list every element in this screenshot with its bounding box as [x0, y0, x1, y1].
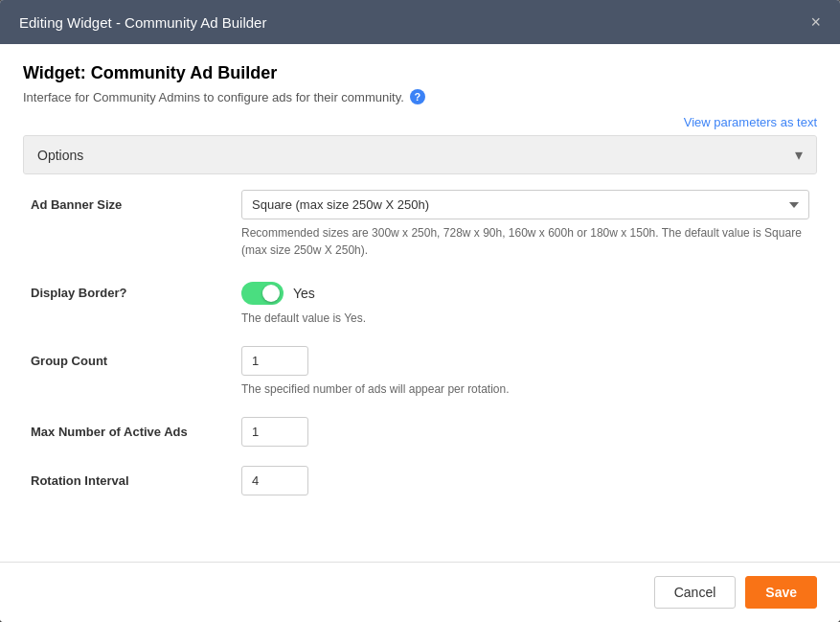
max-active-ads-input[interactable] [241, 417, 308, 447]
max-active-ads-label: Max Number of Active Ads [31, 417, 241, 439]
cancel-button[interactable]: Cancel [654, 576, 737, 609]
options-content: Ad Banner Size Square (max size 250w X 2… [23, 190, 817, 495]
rotation-interval-input[interactable] [241, 466, 308, 495]
group-count-input[interactable] [241, 346, 308, 376]
rotation-interval-row: Rotation Interval [31, 466, 809, 495]
toggle-slider [241, 282, 284, 305]
max-active-ads-row: Max Number of Active Ads [31, 417, 809, 447]
ad-banner-size-row: Ad Banner Size Square (max size 250w X 2… [31, 190, 809, 259]
display-border-hint: The default value is Yes. [241, 310, 809, 327]
toggle-wrap: Yes [241, 278, 809, 305]
ad-banner-size-label: Ad Banner Size [31, 190, 241, 212]
ad-banner-size-select[interactable]: Square (max size 250w X 250h)Rectangle (… [241, 190, 809, 219]
chevron-down-icon: ▾ [795, 146, 803, 164]
modal-footer: Cancel Save [0, 562, 840, 622]
view-params-container: View parameters as text [23, 114, 817, 129]
display-border-toggle[interactable] [241, 282, 284, 305]
display-border-label: Display Border? [31, 278, 241, 300]
view-params-link[interactable]: View parameters as text [684, 115, 817, 129]
modal-body: Widget: Community Ad Builder Interface f… [0, 44, 840, 562]
widget-title: Widget: Community Ad Builder [23, 63, 817, 83]
widget-desc-text: Interface for Community Admins to config… [23, 90, 404, 104]
section-title: Options [37, 148, 83, 163]
rotation-interval-control [241, 466, 809, 495]
help-icon[interactable]: ? [410, 89, 425, 104]
widget-description: Interface for Community Admins to config… [23, 89, 817, 104]
group-count-hint: The specified number of ads will appear … [241, 380, 809, 398]
ad-banner-size-hint: Recommended sizes are 300w x 250h, 728w … [241, 224, 809, 259]
rotation-interval-label: Rotation Interval [31, 466, 241, 488]
ad-banner-size-control: Square (max size 250w X 250h)Rectangle (… [241, 190, 809, 259]
group-count-control: The specified number of ads will appear … [241, 346, 809, 398]
widget-name: Community Ad Builder [91, 63, 277, 82]
display-border-row: Display Border? Yes The default value is… [31, 278, 809, 327]
widget-prefix: Widget: [23, 63, 86, 82]
save-button[interactable]: Save [745, 576, 817, 609]
toggle-yes-label: Yes [293, 286, 315, 301]
display-border-control: Yes The default value is Yes. [241, 278, 809, 327]
max-active-ads-control [241, 417, 809, 447]
modal-close-button[interactable]: × [810, 13, 821, 31]
modal-title: Editing Widget - Community Ad Builder [19, 14, 266, 31]
modal: Editing Widget - Community Ad Builder × … [0, 0, 840, 622]
modal-header: Editing Widget - Community Ad Builder × [0, 0, 840, 44]
options-section-header[interactable]: Options ▾ [23, 135, 817, 174]
group-count-row: Group Count The specified number of ads … [31, 346, 809, 398]
group-count-label: Group Count [31, 346, 241, 368]
